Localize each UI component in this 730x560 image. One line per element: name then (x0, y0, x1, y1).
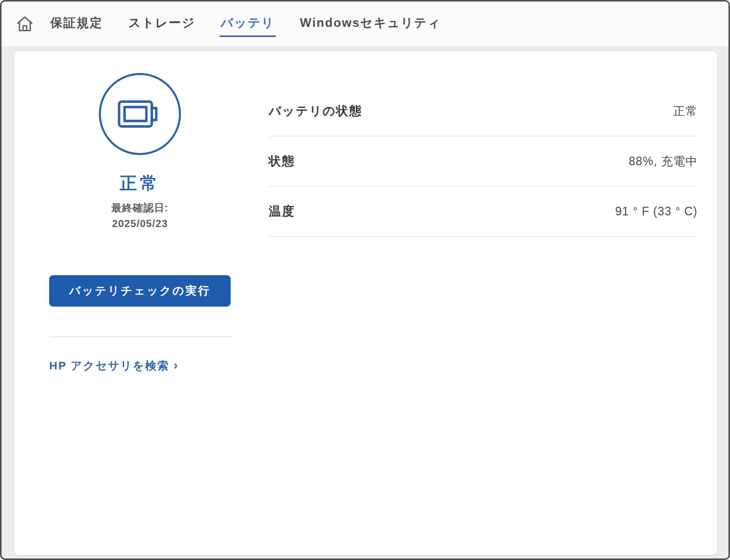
tab-battery[interactable]: バッテリ (220, 11, 275, 37)
detail-row-battery-state: バッテリの状態 正常 (269, 86, 698, 136)
detail-value: 91 ° F (33 ° C) (615, 205, 698, 218)
home-icon (16, 15, 34, 33)
run-battery-check-button[interactable]: バッテリチェックの実行 (49, 275, 231, 307)
chevron-right-icon: › (173, 359, 178, 371)
top-navbar: 保証規定 ストレージ バッテリ Windowsセキュリティ (2, 2, 728, 46)
battery-details-list: バッテリの状態 正常 状態 88%, 充電中 温度 91 ° F (33 ° C… (269, 86, 698, 237)
detail-label: 状態 (269, 153, 295, 169)
battery-status-circle (99, 73, 181, 155)
tab-storage[interactable]: ストレージ (127, 11, 196, 37)
left-column-divider (49, 337, 232, 338)
battery-status-text: 正常 (49, 172, 231, 195)
detail-value: 正常 (673, 103, 698, 119)
battery-icon (117, 98, 163, 130)
tab-windows-security[interactable]: Windowsセキュリティ (299, 11, 442, 37)
last-checked-label: 最終確認日: (49, 200, 231, 216)
home-button[interactable] (15, 14, 35, 34)
hp-accessories-link[interactable]: HP アクセサリを検索 › (49, 358, 178, 374)
battery-panel-card: 正常 最終確認日: 2025/05/23 バッテリチェックの実行 HP アクセサ… (14, 51, 717, 555)
tab-bar: 保証規定 ストレージ バッテリ Windowsセキュリティ (49, 11, 442, 37)
hp-accessories-link-label: HP アクセサリを検索 (49, 358, 169, 374)
last-checked-date: 2025/05/23 (49, 216, 231, 232)
detail-label: 温度 (269, 203, 295, 219)
detail-value: 88%, 充電中 (629, 154, 698, 169)
detail-row-charge-state: 状態 88%, 充電中 (269, 136, 698, 186)
last-checked: 最終確認日: 2025/05/23 (49, 200, 231, 232)
app-window: 保証規定 ストレージ バッテリ Windowsセキュリティ 正常 最終確認日: … (0, 0, 730, 560)
detail-row-temperature: 温度 91 ° F (33 ° C) (269, 186, 698, 237)
tab-warranty[interactable]: 保証規定 (49, 11, 104, 37)
detail-label: バッテリの状態 (269, 103, 362, 119)
